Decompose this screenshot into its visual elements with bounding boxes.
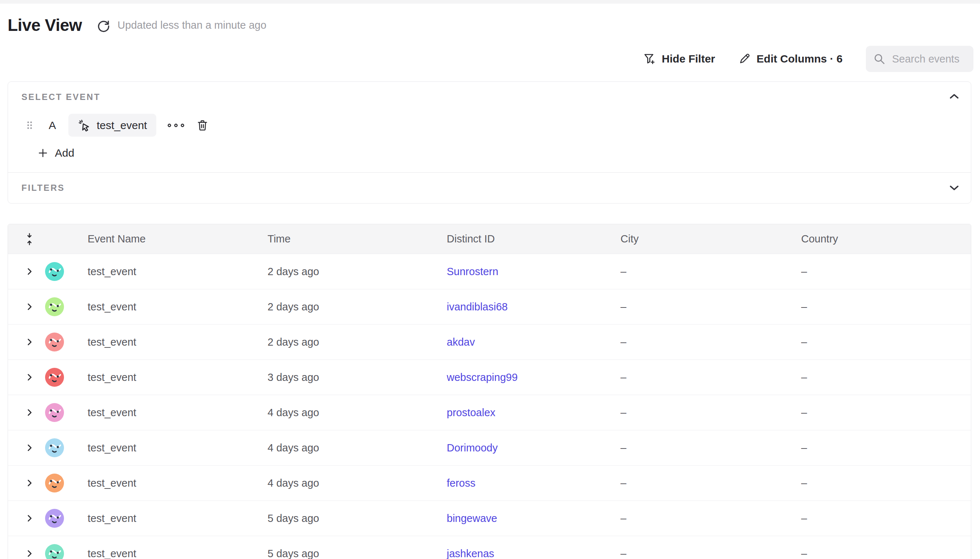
table-row: test_event 5 days ago bingewave – – — [8, 501, 971, 536]
country-cell: – — [801, 266, 971, 278]
avatar — [45, 368, 64, 387]
row-expander-chevron-icon[interactable] — [25, 302, 34, 311]
hide-filter-button[interactable]: Hide Filter — [643, 52, 716, 65]
filter-plus-icon — [643, 52, 656, 65]
avatar — [45, 438, 64, 457]
event-name-cell: test_event — [88, 266, 268, 278]
table-row: test_event 2 days ago Sunrostern – – — [8, 254, 971, 289]
avatar — [45, 297, 64, 316]
edit-columns-button[interactable]: Edit Columns · 6 — [738, 53, 843, 65]
time-cell: 4 days ago — [268, 477, 447, 489]
add-label: Add — [55, 147, 74, 159]
event-name-cell: test_event — [88, 336, 268, 348]
avatar — [45, 509, 64, 528]
table-row: test_event 4 days ago feross – – — [8, 465, 971, 501]
search-input[interactable] — [891, 53, 966, 65]
table-body: test_event 2 days ago Sunrostern – – — [8, 254, 971, 559]
avatar — [45, 332, 64, 351]
row-expander-chevron-icon[interactable] — [25, 549, 34, 558]
top-strip — [0, 0, 980, 3]
table-row: test_event 4 days ago prostoalex – – — [8, 395, 971, 430]
hide-filter-label: Hide Filter — [662, 53, 716, 65]
trash-icon[interactable] — [196, 119, 209, 132]
time-cell: 4 days ago — [268, 442, 447, 454]
time-cell: 4 days ago — [268, 407, 447, 419]
plus-icon — [38, 147, 48, 159]
events-table: Event Name Time Distinct ID City Country — [8, 224, 971, 559]
refresh-button[interactable] — [96, 18, 111, 32]
expand-filters-chevron-down-icon[interactable] — [949, 184, 960, 192]
event-row: A test_event — [21, 114, 945, 137]
table-row: test_event 2 days ago ivandiblasi68 – – — [8, 289, 971, 324]
city-cell: – — [620, 407, 801, 419]
time-cell: 2 days ago — [268, 336, 447, 348]
distinct-id-link[interactable]: feross — [447, 477, 476, 489]
country-cell: – — [801, 407, 971, 419]
event-name-cell: test_event — [88, 442, 268, 454]
collapse-section-chevron-up-icon[interactable] — [949, 93, 960, 100]
search-icon — [873, 53, 886, 65]
avatar — [45, 544, 64, 559]
column-header-time[interactable]: Time — [268, 233, 447, 245]
query-builder-card: SELECT EVENT A test_event — [8, 81, 971, 203]
column-header-distinct-id[interactable]: Distinct ID — [447, 233, 620, 245]
row-expander-chevron-icon[interactable] — [25, 514, 34, 523]
country-cell: – — [801, 442, 971, 454]
edit-columns-label: Edit Columns · 6 — [757, 53, 843, 65]
distinct-id-link[interactable]: webscraping99 — [447, 372, 517, 383]
distinct-id-link[interactable]: akdav — [447, 336, 475, 348]
time-cell: 2 days ago — [268, 301, 447, 313]
city-cell: – — [620, 477, 801, 489]
time-cell: 3 days ago — [268, 372, 447, 384]
event-row-letter: A — [49, 119, 56, 132]
city-cell: – — [620, 372, 801, 384]
refresh-icon — [96, 18, 111, 32]
distinct-id-link[interactable]: jashkenas — [447, 548, 494, 559]
avatar — [45, 262, 64, 281]
collapse-rows-icon[interactable] — [25, 233, 34, 246]
cursor-click-icon — [78, 119, 91, 132]
filters-section[interactable]: FILTERS — [8, 173, 971, 203]
column-header-country[interactable]: Country — [801, 233, 971, 245]
event-select-chip[interactable]: test_event — [68, 114, 156, 137]
city-cell: – — [620, 336, 801, 348]
distinct-id-link[interactable]: Sunrostern — [447, 266, 498, 277]
table-header-row: Event Name Time Distinct ID City Country — [8, 224, 971, 254]
toolbar: Hide Filter Edit Columns · 6 — [8, 46, 973, 72]
avatar — [45, 403, 64, 422]
city-cell: – — [620, 548, 801, 559]
distinct-id-link[interactable]: ivandiblasi68 — [447, 301, 508, 313]
row-expander-chevron-icon[interactable] — [25, 372, 34, 382]
more-options-icon[interactable] — [167, 122, 185, 129]
row-expander-chevron-icon[interactable] — [25, 337, 34, 347]
distinct-id-link[interactable]: bingewave — [447, 513, 497, 524]
row-expander-chevron-icon[interactable] — [25, 443, 34, 453]
city-cell: – — [620, 266, 801, 278]
select-event-section: SELECT EVENT A test_event — [8, 82, 971, 172]
event-name-cell: test_event — [88, 548, 268, 559]
column-header-event-name[interactable]: Event Name — [88, 233, 268, 245]
row-expander-chevron-icon[interactable] — [25, 267, 34, 276]
distinct-id-link[interactable]: Dorimoody — [447, 442, 497, 453]
event-name-cell: test_event — [88, 477, 268, 489]
row-expander-chevron-icon[interactable] — [25, 408, 34, 417]
country-cell: – — [801, 336, 971, 348]
city-cell: – — [620, 301, 801, 313]
drag-handle-icon[interactable] — [26, 121, 33, 130]
country-cell: – — [801, 301, 971, 313]
distinct-id-link[interactable]: prostoalex — [447, 407, 496, 418]
city-cell: – — [620, 442, 801, 454]
updated-timestamp: Updated less than a minute ago — [117, 19, 266, 31]
event-name-cell: test_event — [88, 513, 268, 524]
column-header-city[interactable]: City — [620, 233, 801, 245]
time-cell: 5 days ago — [268, 548, 447, 559]
event-name-cell: test_event — [88, 407, 268, 419]
country-cell: – — [801, 548, 971, 559]
add-event-button[interactable]: Add — [38, 147, 74, 159]
page-header: Live View Updated less than a minute ago — [8, 13, 971, 37]
search-box[interactable] — [866, 46, 973, 72]
city-cell: – — [620, 513, 801, 524]
row-expander-chevron-icon[interactable] — [25, 478, 34, 488]
select-event-label: SELECT EVENT — [21, 92, 945, 102]
table-row: test_event 2 days ago akdav – – — [8, 324, 971, 359]
